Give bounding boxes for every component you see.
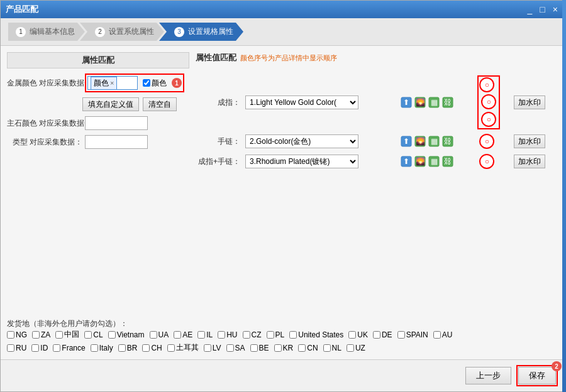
- save-btn[interactable]: 保存: [518, 367, 556, 384]
- link-icon-2[interactable]: ⛓: [441, 135, 454, 148]
- type-input[interactable]: [85, 135, 148, 149]
- image-icon-2[interactable]: 🌄: [414, 135, 426, 148]
- wizard-step-3[interactable]: 3 设置规格属性: [159, 23, 243, 41]
- attr-row-2: 手链： 2.Gold-color(金色) ⬆: [196, 131, 559, 151]
- ring-icon-3[interactable]: ○: [481, 112, 496, 127]
- main-stone-row: 主石颜色 对应采集数据：: [7, 116, 189, 130]
- color-checkbox-label: 颜色: [152, 78, 167, 89]
- svg-text:⬆: ⬆: [403, 98, 409, 107]
- origin-nl: NL: [323, 342, 341, 353]
- window-controls[interactable]: _ □ ×: [525, 4, 560, 14]
- checkbox-cz[interactable]: [243, 331, 250, 339]
- grid-icon-2[interactable]: ▦: [428, 135, 440, 148]
- origin-cn: CN: [298, 342, 318, 353]
- origin-au: AU: [433, 329, 453, 340]
- checkbox-ng[interactable]: [7, 331, 14, 339]
- checkbox-italy[interactable]: [91, 344, 98, 352]
- svg-text:🌄: 🌄: [416, 156, 425, 166]
- upload-icon-1[interactable]: ⬆: [400, 96, 413, 109]
- link-icon-3[interactable]: ⛓: [441, 155, 454, 168]
- ring-icon-2[interactable]: ○: [479, 134, 494, 149]
- add-watermark-btn-3[interactable]: 加水印: [514, 155, 545, 168]
- color-tag[interactable]: 颜色 ×: [91, 77, 117, 90]
- checkbox-kr[interactable]: [274, 344, 282, 352]
- attr-icons-2: ⬆ 🌄 ▦ ⛓: [400, 135, 472, 148]
- add-watermark-btn-1[interactable]: 加水印: [514, 95, 545, 109]
- grid-icon-1[interactable]: ▦: [428, 96, 440, 109]
- main-stone-input[interactable]: [85, 116, 148, 130]
- origin-za: ZA: [32, 329, 50, 340]
- ring-icon-2[interactable]: ○: [481, 94, 496, 109]
- checkbox-us[interactable]: [289, 331, 297, 339]
- checkbox-il[interactable]: [197, 331, 205, 339]
- checkbox-ru[interactable]: [7, 344, 14, 352]
- ring-icon-cell-3: ○: [475, 151, 511, 172]
- checkbox-cl[interactable]: [84, 331, 92, 339]
- origin-title: 发货地（非海外仓用户请勿勾选）：: [7, 319, 128, 328]
- svg-text:⛓: ⛓: [444, 157, 452, 166]
- checkbox-za[interactable]: [32, 331, 40, 339]
- checkbox-br[interactable]: [118, 344, 126, 352]
- checkbox-hu[interactable]: [218, 331, 225, 339]
- checkbox-ae[interactable]: [174, 331, 181, 339]
- close-button[interactable]: ×: [550, 4, 560, 14]
- checkbox-china[interactable]: [55, 331, 63, 339]
- color-checkbox[interactable]: [143, 79, 150, 87]
- attr-label-2: 手链：: [196, 131, 243, 151]
- checkbox-ch[interactable]: [142, 344, 150, 352]
- checkbox-spain[interactable]: [397, 331, 405, 339]
- ring-icon-cell-2: ○: [475, 131, 511, 151]
- ring-icon-1[interactable]: ○: [479, 77, 494, 92]
- title-bar: 产品匹配 _ □ ×: [1, 1, 565, 18]
- attr-label-1: 成指：: [196, 74, 243, 131]
- checkbox-de[interactable]: [373, 331, 380, 339]
- checkbox-pl[interactable]: [267, 331, 274, 339]
- grid-icon-3[interactable]: ▦: [428, 155, 440, 168]
- origin-china: 中国: [55, 329, 79, 340]
- checkbox-lv[interactable]: [204, 344, 211, 352]
- image-icon-1[interactable]: 🌄: [414, 96, 426, 109]
- attr-select-1[interactable]: 1.Light Yellow Gold Color(: [245, 95, 358, 109]
- checkbox-ua[interactable]: [150, 331, 157, 339]
- origin-kr: KR: [274, 342, 294, 353]
- prev-step-btn[interactable]: 上一步: [465, 367, 511, 384]
- fill-custom-btn[interactable]: 填充自定义值: [82, 97, 139, 111]
- clear-btn[interactable]: 清空自: [143, 97, 177, 111]
- svg-text:⛓: ⛓: [444, 98, 452, 107]
- minimize-button[interactable]: _: [525, 4, 535, 14]
- wizard-step-1[interactable]: 1 编辑基本信息: [8, 23, 85, 41]
- checkbox-nl[interactable]: [323, 344, 331, 352]
- checkbox-id[interactable]: [31, 344, 39, 352]
- checkbox-au[interactable]: [433, 331, 441, 339]
- checkbox-uk[interactable]: [348, 331, 356, 339]
- link-icon-1[interactable]: ⛓: [441, 96, 454, 109]
- svg-text:⬆: ⬆: [403, 137, 409, 146]
- checkbox-cn[interactable]: [298, 344, 306, 352]
- tag-close-icon[interactable]: ×: [110, 79, 114, 87]
- checkbox-turkey[interactable]: [167, 344, 175, 352]
- ring-icon-3[interactable]: ○: [479, 154, 494, 169]
- origin-cz: CZ: [243, 329, 262, 340]
- step-num-1: 1: [16, 27, 26, 37]
- bottom-bar: 上一步 保存 2: [1, 359, 565, 391]
- checkbox-be[interactable]: [250, 344, 258, 352]
- wizard-step-2[interactable]: 2 设置系统属性: [80, 23, 164, 41]
- origin-uz: UZ: [347, 342, 365, 353]
- origin-pl: PL: [267, 329, 285, 340]
- checkbox-vietnam[interactable]: [108, 331, 116, 339]
- attr-select-3[interactable]: 3.Rhodium Plated(镀铑): [245, 155, 358, 168]
- checkbox-sa[interactable]: [226, 344, 234, 352]
- add-watermark-btn-2[interactable]: 加水印: [514, 134, 545, 148]
- attr-select-cell-2: 2.Gold-color(金色): [243, 131, 397, 151]
- maximize-button[interactable]: □: [537, 4, 547, 14]
- checkbox-uz[interactable]: [347, 344, 354, 352]
- upload-icon-2[interactable]: ⬆: [400, 135, 413, 148]
- checkbox-france[interactable]: [53, 344, 60, 352]
- image-icon-3[interactable]: 🌄: [414, 155, 426, 168]
- attr-select-2[interactable]: 2.Gold-color(金色): [245, 134, 358, 148]
- origin-ch: CH: [142, 342, 162, 353]
- add-watermark-cell-1: 加水印: [511, 74, 559, 131]
- wizard-bar: 1 编辑基本信息 2 设置系统属性 3 设置规格属性: [1, 18, 565, 46]
- red-ring-icons-box: ○ ○○: [477, 75, 500, 129]
- upload-icon-3[interactable]: ⬆: [400, 155, 413, 168]
